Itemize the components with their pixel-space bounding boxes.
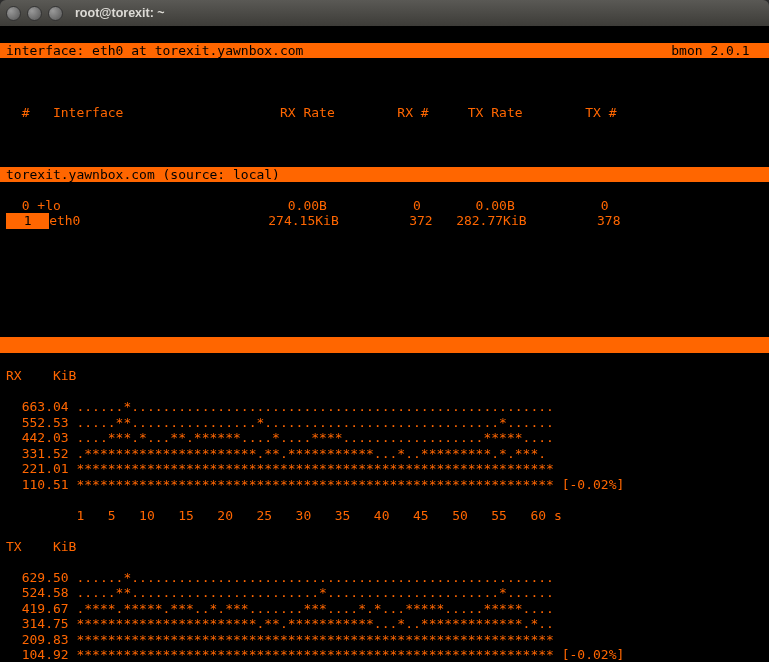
separator-bar [0, 337, 769, 353]
blank-line [0, 306, 769, 322]
chart-row: 314.75 ***********************.**.******… [0, 616, 769, 632]
header-right: bmon 2.0.1 [671, 43, 749, 58]
chart-row: 221.01 *********************************… [0, 461, 769, 477]
rx-scale-text: 1 5 10 15 20 25 30 35 40 45 50 55 60 s [53, 508, 562, 523]
minimize-icon[interactable] [27, 6, 42, 21]
rx-chart: 663.04 ......*..........................… [0, 399, 769, 492]
close-icon[interactable] [6, 6, 21, 21]
interface-row[interactable]: 0 +lo 0.00B 0 0.00B 0 [0, 198, 769, 214]
chart-row: 331.52 .**********************.**.******… [0, 446, 769, 462]
maximize-icon[interactable] [48, 6, 63, 21]
header-left: interface: eth0 at torexit.yawnbox.com [6, 43, 303, 58]
chart-row: 552.53 .....**................*.........… [0, 415, 769, 431]
rx-scale: 1 5 10 15 20 25 30 35 40 45 50 55 60 s [0, 508, 769, 524]
window-titlebar: root@torexit: ~ [0, 0, 769, 26]
blank-line [0, 244, 769, 260]
chart-row: 110.51 *********************************… [0, 477, 769, 493]
interface-row[interactable]: 1 eth0 274.15KiB 372 282.77KiB 378 [0, 213, 769, 229]
blank-line [0, 275, 769, 291]
chart-row: 104.92 *********************************… [0, 647, 769, 662]
interface-list: 0 +lo 0.00B 0 0.00B 0 1 eth0 274.15KiB 3… [0, 198, 769, 229]
chart-row: 209.83 *********************************… [0, 632, 769, 648]
source-line: torexit.yawnbox.com (source: local) [0, 167, 769, 183]
chart-row: 442.03 ....***.*...**.******....*....***… [0, 430, 769, 446]
header-bar: interface: eth0 at torexit.yawnbox.com b… [0, 43, 769, 59]
tx-chart-header: TX KiB [0, 539, 769, 555]
chart-row: 629.50 ......*..........................… [0, 570, 769, 586]
chart-row: 524.58 .....**........................*.… [0, 585, 769, 601]
rx-chart-header: RX KiB [0, 368, 769, 384]
blank-line [0, 136, 769, 152]
terminal-view: interface: eth0 at torexit.yawnbox.com b… [0, 26, 769, 662]
window-title: root@torexit: ~ [75, 6, 165, 20]
tx-chart: 629.50 ......*..........................… [0, 570, 769, 663]
blank-line [0, 74, 769, 90]
column-headers: # Interface RX Rate RX # TX Rate TX # [0, 105, 769, 121]
chart-row: 419.67 .****.*****.***..*.***.......***.… [0, 601, 769, 617]
chart-row: 663.04 ......*..........................… [0, 399, 769, 415]
